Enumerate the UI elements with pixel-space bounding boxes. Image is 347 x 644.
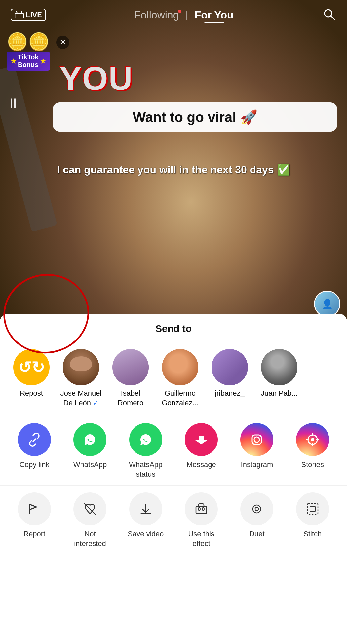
save-video-icon-circle xyxy=(129,492,162,525)
jribanez-face xyxy=(212,349,248,385)
svg-point-22 xyxy=(198,507,200,511)
contact-isabel[interactable]: IsabelRomero xyxy=(106,349,155,408)
svg-point-10 xyxy=(260,435,261,437)
not-interested-label: Notinterested xyxy=(74,529,106,548)
svg-point-12 xyxy=(311,438,314,441)
repost-avatar: ↺↻ xyxy=(13,349,50,385)
link-icon xyxy=(26,431,43,448)
action-use-effect[interactable]: Use thiseffect xyxy=(176,492,227,548)
whatsapp-status-icon xyxy=(136,430,155,449)
action-stitch[interactable]: Stitch xyxy=(287,492,338,539)
save-video-label: Save video xyxy=(128,529,164,539)
guillermo-name: GuillermoGonzalez... xyxy=(162,389,198,408)
action-duet[interactable]: Duet xyxy=(231,492,283,539)
guillermo-avatar xyxy=(162,349,198,385)
contact-juanpablo[interactable]: Juan Pab... xyxy=(254,349,304,398)
duet-icon-circle xyxy=(240,492,273,525)
video-player: LIVE Following | For You 🪙🪙 ★ TikTokBonu… xyxy=(0,0,347,337)
guarantee-text: I can guarantee you will in the next 30 … xyxy=(0,162,347,178)
action-save-video[interactable]: Save video xyxy=(120,492,171,539)
jribanez-name: jribanez_ xyxy=(215,389,244,398)
juanpablo-avatar xyxy=(261,349,297,385)
instagram-icon xyxy=(248,431,265,448)
stories-icon xyxy=(304,431,321,448)
live-button[interactable]: LIVE xyxy=(11,9,46,21)
svg-line-4 xyxy=(331,16,335,20)
top-navigation: LIVE Following | For You xyxy=(0,0,347,30)
save-video-icon xyxy=(138,502,153,516)
jribanez-avatar xyxy=(212,349,248,385)
jose-name: Jose ManuelDe León ✓ xyxy=(60,389,102,408)
bonus-badge: ★ TikTokBonus ★ xyxy=(7,52,50,71)
share-options-row: Copy link WhatsApp WhatsAppstatus xyxy=(0,416,347,482)
jose-avatar xyxy=(63,349,99,385)
share-message[interactable]: Message xyxy=(176,423,227,470)
coins-emoji: 🪙🪙 xyxy=(7,33,50,50)
svg-rect-0 xyxy=(15,13,23,18)
message-icon xyxy=(193,431,210,448)
instagram-label: Instagram xyxy=(241,460,273,470)
star-right: ★ xyxy=(40,57,46,65)
creator-avatar[interactable]: 👤 xyxy=(314,291,340,317)
juanpablo-face xyxy=(261,349,297,385)
contact-repost[interactable]: ↺↻ Repost xyxy=(7,349,56,398)
stitch-icon-circle xyxy=(296,492,329,525)
report-icon-circle xyxy=(18,492,51,525)
viral-text: Want to go viral 🚀 xyxy=(133,109,257,125)
duet-icon xyxy=(250,502,264,516)
stories-label: Stories xyxy=(301,460,324,470)
contact-jose[interactable]: Jose ManuelDe León ✓ xyxy=(56,349,106,408)
bonus-text: TikTokBonus xyxy=(18,54,39,69)
isabel-avatar xyxy=(112,349,149,385)
repost-icon: ↺↻ xyxy=(18,358,45,376)
nav-tabs: Following | For You xyxy=(134,9,233,21)
action-not-interested[interactable]: Notinterested xyxy=(64,492,116,548)
live-label: LIVE xyxy=(26,11,42,19)
use-effect-label: Use thiseffect xyxy=(188,529,214,548)
guillermo-face xyxy=(162,349,198,385)
share-instagram[interactable]: Instagram xyxy=(231,423,283,470)
copy-link-label: Copy link xyxy=(19,460,49,470)
contact-guillermo[interactable]: GuillermoGonzalez... xyxy=(155,349,205,408)
svg-marker-7 xyxy=(195,436,207,444)
whatsapp-label: WhatsApp xyxy=(73,460,107,470)
contacts-row: ↺↻ Repost Jose ManuelDe León ✓ IsabelRom… xyxy=(0,341,347,413)
not-interested-icon-circle xyxy=(73,492,106,525)
close-button[interactable]: ✕ xyxy=(56,36,69,49)
report-label: Report xyxy=(23,529,45,539)
share-whatsapp[interactable]: WhatsApp xyxy=(64,423,116,470)
following-label: Following xyxy=(134,9,179,21)
use-effect-icon-circle xyxy=(185,492,218,525)
svg-rect-27 xyxy=(310,506,315,512)
share-whatsapp-status[interactable]: WhatsAppstatus xyxy=(120,423,171,479)
tiktok-bonus-widget[interactable]: 🪙🪙 ★ TikTokBonus ★ xyxy=(7,33,50,71)
message-icon-circle xyxy=(185,423,218,456)
contact-jribanez[interactable]: jribanez_ xyxy=(205,349,254,398)
svg-rect-26 xyxy=(307,504,318,514)
search-button[interactable] xyxy=(322,7,336,23)
share-copy-link[interactable]: Copy link xyxy=(9,423,60,470)
tab-foryou[interactable]: For You xyxy=(195,9,234,21)
duet-label: Duet xyxy=(249,529,264,539)
whatsapp-status-label: WhatsAppstatus xyxy=(129,460,163,479)
tab-following[interactable]: Following xyxy=(134,9,179,21)
whatsapp-status-icon-circle xyxy=(129,423,162,456)
action-report[interactable]: Report xyxy=(9,492,60,539)
instagram-icon-circle xyxy=(240,423,273,456)
nav-divider: | xyxy=(185,10,188,20)
isabel-face xyxy=(112,349,149,385)
use-effect-icon xyxy=(194,502,209,516)
whatsapp-icon xyxy=(80,430,99,449)
tv-icon xyxy=(15,11,24,18)
stories-icon-circle xyxy=(296,423,329,456)
share-bottom-sheet: Send to ↺↻ Repost Jose ManuelDe León ✓ I… xyxy=(0,314,347,644)
pause-button[interactable]: ⏸ xyxy=(7,96,20,111)
avatar-image: 👤 xyxy=(315,292,339,316)
stitch-icon xyxy=(305,502,320,516)
whatsapp-icon-circle xyxy=(73,423,106,456)
viral-bubble: Want to go viral 🚀 xyxy=(53,102,337,132)
svg-rect-21 xyxy=(196,506,207,514)
notification-dot xyxy=(178,10,181,13)
foryou-label: For You xyxy=(195,9,234,21)
share-stories[interactable]: Stories xyxy=(287,423,338,470)
